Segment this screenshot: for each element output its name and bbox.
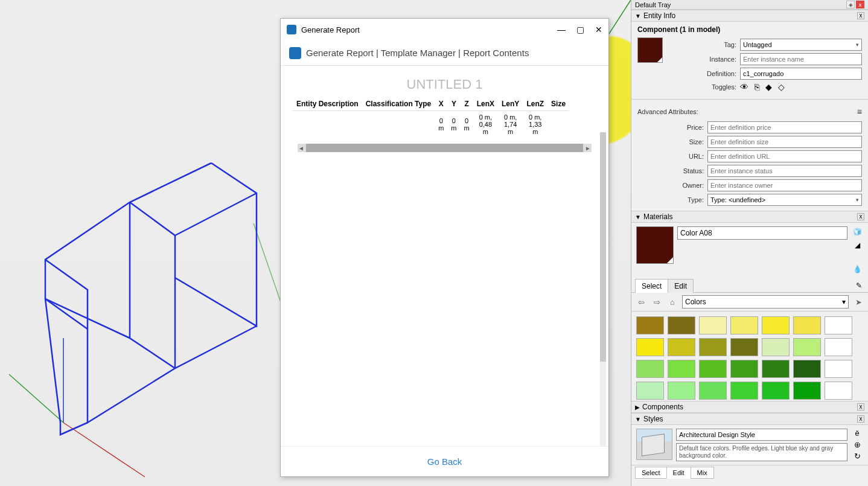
material-name-field[interactable]: Color A08 xyxy=(677,226,847,240)
color-swatch[interactable] xyxy=(825,360,852,378)
close-button[interactable]: ✕ xyxy=(595,25,602,34)
create-material-icon[interactable]: 🧊 xyxy=(852,226,863,237)
pin-icon[interactable]: ◈ xyxy=(846,1,855,8)
material-swatch[interactable] xyxy=(637,37,663,63)
scroll-thumb[interactable] xyxy=(600,132,606,362)
dialog-titlebar[interactable]: Generate Report — ▢ ✕ xyxy=(281,19,608,40)
toggle-visible-icon[interactable]: 👁 xyxy=(740,82,748,92)
home-icon[interactable]: ⌂ xyxy=(666,298,678,307)
report-table: Entity DescriptionClassification TypeXYZ… xyxy=(293,97,569,138)
style-display-icon[interactable]: ě xyxy=(855,429,859,438)
scroll-right-icon[interactable]: ► xyxy=(584,145,592,152)
tab-edit[interactable]: Edit xyxy=(668,279,694,293)
color-swatch[interactable] xyxy=(668,316,695,334)
color-swatch[interactable] xyxy=(793,360,821,378)
minimize-button[interactable]: — xyxy=(557,25,566,34)
color-swatch[interactable] xyxy=(825,316,852,334)
tag-select[interactable]: Untagged▾ xyxy=(740,39,862,51)
definition-input[interactable] xyxy=(740,68,862,80)
panel-title: Components xyxy=(642,403,683,411)
panel-close-icon[interactable]: x xyxy=(857,12,864,19)
maximize-button[interactable]: ▢ xyxy=(576,25,584,34)
cell: 0 m, 1,33 m xyxy=(523,111,547,138)
tab-select[interactable]: Select xyxy=(635,279,668,293)
advanced-menu-icon[interactable]: ≡ xyxy=(857,107,862,117)
color-swatch[interactable] xyxy=(730,360,758,378)
default-material-icon[interactable]: ◢ xyxy=(852,240,863,251)
status-input[interactable] xyxy=(707,165,862,177)
color-swatch[interactable] xyxy=(793,338,821,356)
vertical-scrollbar[interactable] xyxy=(600,132,606,446)
color-swatch[interactable] xyxy=(825,338,852,356)
owner-input[interactable] xyxy=(707,179,862,191)
color-swatch[interactable] xyxy=(730,316,758,334)
styles-panel: Architectural Design Style Default face … xyxy=(631,425,868,479)
color-swatch[interactable] xyxy=(825,382,852,400)
color-swatch[interactable] xyxy=(762,360,790,378)
go-back-link[interactable]: Go Back xyxy=(427,456,462,467)
price-label: Price: xyxy=(637,124,704,131)
panel-title: Styles xyxy=(643,415,663,423)
toggle-shadows-icon[interactable]: ◆ xyxy=(765,82,772,92)
tab-mix[interactable]: Mix xyxy=(691,467,714,479)
entity-info-header[interactable]: ▼Entity Info x xyxy=(631,10,868,22)
size-input[interactable] xyxy=(707,136,862,148)
panel-close-icon[interactable]: x xyxy=(857,403,864,411)
panel-close-icon[interactable]: x xyxy=(857,213,864,220)
color-swatch[interactable] xyxy=(762,338,790,356)
style-name-field[interactable]: Architectural Design Style xyxy=(676,429,847,441)
color-swatch[interactable] xyxy=(636,316,664,334)
instance-label: Instance: xyxy=(670,56,736,63)
entity-summary: Component (1 in model) xyxy=(631,22,868,37)
color-swatch[interactable] xyxy=(668,382,695,400)
instance-input[interactable] xyxy=(740,53,862,65)
tray-titlebar[interactable]: Default Tray ◈ x xyxy=(631,0,868,10)
url-input[interactable] xyxy=(707,150,862,162)
tab-select[interactable]: Select xyxy=(635,467,667,479)
style-description[interactable]: Default face colors. Profile edges. Ligh… xyxy=(676,443,847,461)
nav-back-icon[interactable]: ⇦ xyxy=(635,298,647,307)
color-swatch[interactable] xyxy=(762,382,790,400)
eyedropper-icon[interactable]: 💧 xyxy=(852,264,863,275)
components-header[interactable]: ▶Components x xyxy=(631,401,868,413)
color-swatch[interactable] xyxy=(730,338,758,356)
cell: 0 m, 1,74 m xyxy=(498,111,523,138)
panel-title: Materials xyxy=(643,213,673,221)
toggle-lock-icon[interactable]: ⎘ xyxy=(755,82,759,92)
color-swatch[interactable] xyxy=(699,316,727,334)
color-swatch[interactable] xyxy=(668,338,695,356)
color-swatch[interactable] xyxy=(793,382,821,400)
tab-edit[interactable]: Edit xyxy=(666,467,691,479)
nav-forward-icon[interactable]: ⇨ xyxy=(651,298,663,307)
scroll-left-icon[interactable]: ◄ xyxy=(298,145,305,152)
details-icon[interactable]: ➤ xyxy=(852,298,864,307)
type-select[interactable]: Type: <undefined>▾ xyxy=(707,194,862,206)
current-material-swatch[interactable] xyxy=(636,226,674,264)
color-swatch[interactable] xyxy=(699,338,727,356)
style-create-icon[interactable]: ⊕ xyxy=(854,440,861,449)
toggles-label: Toggles: xyxy=(670,83,736,91)
materials-header[interactable]: ▼Materials x xyxy=(631,211,868,223)
style-update-icon[interactable]: ↻ xyxy=(854,452,861,461)
color-swatch[interactable] xyxy=(699,382,727,400)
color-swatch[interactable] xyxy=(730,382,758,400)
horizontal-scrollbar[interactable]: ◄ ► xyxy=(298,144,592,152)
close-icon[interactable]: x xyxy=(856,1,864,8)
sample-paint-icon[interactable]: ✎ xyxy=(854,279,864,292)
style-thumbnail[interactable] xyxy=(636,429,672,460)
library-select[interactable]: Colors▾ xyxy=(682,295,849,309)
materials-panel: Color A08 🧊 ◢ 💧 Select Edit ✎ ⇦ ⇨ ⌂ Colo… xyxy=(631,223,868,401)
color-swatch[interactable] xyxy=(699,360,727,378)
price-input[interactable] xyxy=(707,121,862,133)
color-swatch[interactable] xyxy=(793,316,821,334)
scroll-thumb[interactable] xyxy=(306,144,583,152)
color-swatch[interactable] xyxy=(636,360,664,378)
panel-close-icon[interactable]: x xyxy=(857,415,864,423)
color-swatch[interactable] xyxy=(762,316,790,334)
color-swatch[interactable] xyxy=(636,382,664,400)
color-swatch[interactable] xyxy=(636,338,664,356)
dialog-breadcrumb: Generate Report | Template Manager | Rep… xyxy=(281,40,608,66)
styles-header[interactable]: ▼Styles x xyxy=(631,413,868,425)
toggle-receive-icon[interactable]: ◇ xyxy=(778,82,785,92)
color-swatch[interactable] xyxy=(668,360,695,378)
